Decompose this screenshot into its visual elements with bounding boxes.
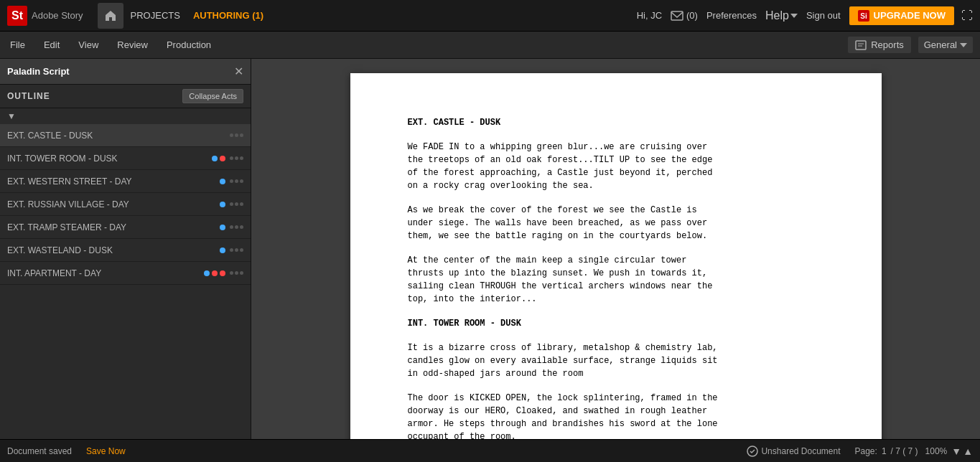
sign-out-link[interactable]: Sign out xyxy=(806,10,841,21)
upgrade-label: UPGRADE NOW xyxy=(874,10,946,21)
blue-dot xyxy=(220,179,225,184)
blue-dot xyxy=(220,248,225,253)
outline-item-label: EXT. WESTERN STREET - DAY xyxy=(7,176,215,187)
doc-saved-status: Document saved xyxy=(7,446,72,456)
file-menu[interactable]: File xyxy=(7,34,28,56)
outline-item[interactable]: EXT. CASTLE - DUSK xyxy=(0,124,251,147)
svg-text:Si: Si xyxy=(860,12,867,20)
zoom-down-icon[interactable]: ▼ xyxy=(951,446,961,457)
outline-item[interactable]: EXT. TRAMP STEAMER - DAY xyxy=(0,216,251,239)
reports-button[interactable]: Reports xyxy=(848,37,911,53)
page-of: / 7 ( 7 ) xyxy=(891,446,918,456)
review-menu[interactable]: Review xyxy=(114,34,151,56)
top-nav-bar: St Adobe Story PROJECTS AUTHORING (1) Hi… xyxy=(0,0,980,32)
home-icon[interactable] xyxy=(98,3,123,29)
outline-item-label: EXT. WASTELAND - DUSK xyxy=(7,245,215,255)
view-menu[interactable]: View xyxy=(75,34,101,56)
outline-item[interactable]: EXT. WASTELAND - DUSK xyxy=(0,239,251,262)
script-block-action: The door is KICKED OPEN, the lock splint… xyxy=(408,392,839,439)
red-dot xyxy=(220,156,225,161)
script-block-scene-heading: EXT. CASTLE - DUSK xyxy=(408,116,839,129)
script-page: EXT. CASTLE - DUSKWe FADE IN to a whippi… xyxy=(350,73,882,439)
script-scroll[interactable]: EXT. CASTLE - DUSKWe FADE IN to a whippi… xyxy=(251,59,980,439)
mail-count: (0) xyxy=(686,10,698,21)
script-block-action: At the center of the main keep a single … xyxy=(408,254,839,306)
upgrade-now-button[interactable]: Si UPGRADE NOW xyxy=(849,6,954,25)
projects-nav[interactable]: PROJECTS xyxy=(131,10,180,21)
collapse-acts-button[interactable]: Collapse Acts xyxy=(182,89,243,103)
zoom-level: 100% xyxy=(925,446,948,456)
general-label: General xyxy=(924,39,957,50)
outline-item[interactable]: EXT. RUSSIAN VILLAGE - DAY xyxy=(0,193,251,216)
red-dot xyxy=(212,270,218,276)
svg-rect-3 xyxy=(856,41,866,50)
main-area: Paladin Script ✕ OUTLINE Collapse Acts ▼… xyxy=(0,59,980,439)
hi-text: Hi, JC xyxy=(637,10,662,21)
edit-menu[interactable]: Edit xyxy=(41,34,62,56)
close-sidebar-button[interactable]: ✕ xyxy=(234,65,243,78)
help-dropdown[interactable]: Help xyxy=(765,9,798,22)
sidebar: Paladin Script ✕ OUTLINE Collapse Acts ▼… xyxy=(0,59,251,439)
save-now-link[interactable]: Save Now xyxy=(86,446,126,456)
outline-item[interactable]: EXT. WESTERN STREET - DAY xyxy=(0,170,251,193)
authoring-nav[interactable]: AUTHORING (1) xyxy=(193,10,263,21)
blue-dot xyxy=(204,270,210,276)
script-area: EXT. CASTLE - DUSKWe FADE IN to a whippi… xyxy=(251,59,980,439)
panel-title: Paladin Script xyxy=(7,66,70,77)
page-label: Page: xyxy=(855,446,877,456)
unshared-indicator: Unshared Document xyxy=(747,446,840,457)
outline-item[interactable]: INT. TOWER ROOM - DUSK xyxy=(0,147,251,170)
red-dot xyxy=(220,270,225,276)
svg-rect-0 xyxy=(671,11,683,20)
logo-area: St Adobe Story xyxy=(7,6,83,26)
outline-label: OUTLINE xyxy=(7,91,50,101)
menu-bar: File Edit View Review Production Reports… xyxy=(0,32,980,59)
outline-item-label: INT. APARTMENT - DAY xyxy=(7,268,200,278)
outline-item[interactable]: INT. APARTMENT - DAY xyxy=(0,262,251,285)
blue-dot xyxy=(220,202,225,207)
outline-header: OUTLINE Collapse Acts xyxy=(0,85,251,108)
script-block-scene-heading: INT. TOWER ROOM - DUSK xyxy=(408,317,839,330)
zoom-up-icon[interactable]: ▲ xyxy=(963,446,973,457)
outline-list: EXT. CASTLE - DUSKINT. TOWER ROOM - DUSK… xyxy=(0,124,251,439)
preferences-link[interactable]: Preferences xyxy=(706,10,757,21)
production-menu[interactable]: Production xyxy=(164,34,214,56)
outline-item-label: EXT. TRAMP STEAMER - DAY xyxy=(7,222,215,232)
script-block-action: As we break the cover of the forest we s… xyxy=(408,204,839,242)
blue-dot xyxy=(212,156,218,161)
page-number: 1 xyxy=(882,446,887,456)
mail-area[interactable]: (0) xyxy=(671,10,698,21)
unshared-label: Unshared Document xyxy=(761,446,840,456)
outline-item-label: EXT. CASTLE - DUSK xyxy=(7,131,225,141)
sidebar-header: Paladin Script ✕ xyxy=(0,59,251,85)
script-block-action: It is a bizarre cross of library, metals… xyxy=(408,341,839,380)
fullscreen-icon[interactable]: ⛶ xyxy=(961,9,973,22)
outline-item-label: EXT. RUSSIAN VILLAGE - DAY xyxy=(7,199,215,209)
help-label: Help xyxy=(765,9,789,22)
status-bar: Document saved Save Now Unshared Documen… xyxy=(0,439,980,462)
logo-st: St xyxy=(7,6,27,26)
reports-label: Reports xyxy=(871,39,904,50)
blue-dot xyxy=(220,225,225,230)
logo-text: Adobe Story xyxy=(32,10,83,21)
general-select[interactable]: General xyxy=(918,37,973,53)
script-block-action: We FADE IN to a whipping green blur...we… xyxy=(408,141,839,192)
outline-item-label: INT. TOWER ROOM - DUSK xyxy=(7,154,207,164)
